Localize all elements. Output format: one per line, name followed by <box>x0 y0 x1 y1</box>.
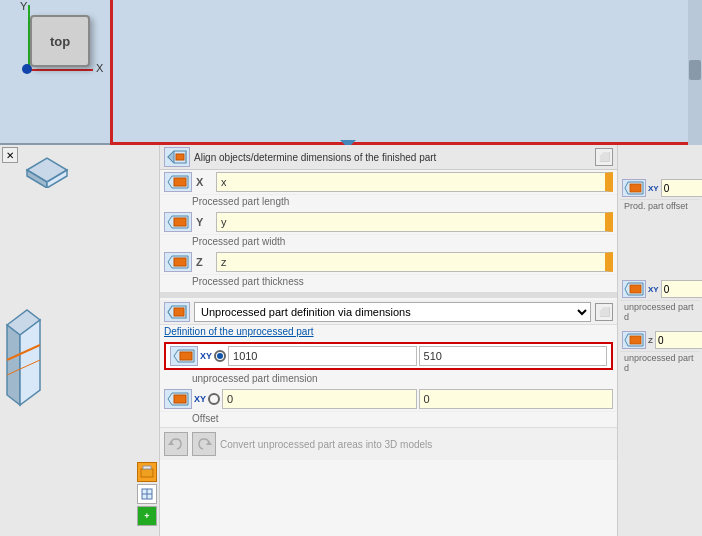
x-axis-line <box>28 69 93 71</box>
right-field-xy1-icon <box>622 179 646 197</box>
section1-title: Align objects/determine dimensions of th… <box>194 152 591 163</box>
section1-header: Align objects/determine dimensions of th… <box>160 145 617 170</box>
field-x-input[interactable] <box>216 172 613 192</box>
viewport-area: Y X top <box>0 0 702 145</box>
svg-rect-19 <box>174 218 186 226</box>
sidebar-close-button[interactable]: ✕ <box>2 147 18 163</box>
main-content: Align objects/determine dimensions of th… <box>160 145 617 536</box>
bottom-panel: ✕ <box>0 145 702 536</box>
right-field-xy1-row: XY <box>620 177 700 200</box>
svg-rect-27 <box>180 352 192 360</box>
right-xy2-label: XY <box>648 285 659 294</box>
view-cube[interactable]: top <box>30 15 90 67</box>
toolbar-btn-settings[interactable] <box>137 484 157 504</box>
dropdown-restore-button[interactable]: ⬜ <box>595 303 613 321</box>
viewport-scroll-thumb[interactable] <box>689 60 701 80</box>
field-z-label: Z <box>196 256 212 268</box>
right-panel-row2: XY unprocessed part d Z unprocessed part… <box>618 276 702 378</box>
xy-label-highlighted: XY <box>200 351 212 361</box>
field-row-y: Y <box>160 210 617 235</box>
svg-rect-15 <box>176 154 184 160</box>
svg-rect-23 <box>174 308 184 316</box>
offset-radio-button[interactable] <box>208 393 220 405</box>
section1-restore-button[interactable]: ⬜ <box>595 148 613 166</box>
dropdown-row: Unprocessed part definition via dimensio… <box>160 300 617 325</box>
right-panel: XY Prod. part offset XY unprocessed part… <box>617 145 702 536</box>
right-z-input[interactable] <box>655 331 702 349</box>
section-divider <box>160 292 617 298</box>
svg-rect-8 <box>141 469 153 477</box>
field-z-desc: Processed part thickness <box>160 275 617 290</box>
right-xy1-input[interactable] <box>661 179 702 197</box>
right-field-xy2-row: XY <box>620 278 700 301</box>
svg-marker-14 <box>168 151 174 163</box>
xy-icon-highlighted <box>170 346 198 366</box>
field-y-desc: Processed part width <box>160 235 617 250</box>
convert-label: Convert unprocessed part areas into 3D m… <box>220 439 613 450</box>
view-cube-label: top <box>50 34 70 49</box>
toolbar-btn-add[interactable]: + <box>137 506 157 526</box>
field-y-input[interactable] <box>216 212 613 232</box>
svg-marker-31 <box>206 441 212 445</box>
field-y-icon <box>164 212 192 232</box>
toolbar-icon-orange[interactable] <box>137 462 157 482</box>
svg-marker-5 <box>20 320 40 405</box>
field-x-icon <box>164 172 192 192</box>
right-z-label: Z <box>648 336 653 345</box>
offset-val1-input[interactable] <box>222 389 417 409</box>
svg-rect-29 <box>174 395 186 403</box>
right-desc2: unprocessed part d <box>620 301 700 325</box>
viewport-scrollbar[interactable] <box>688 0 702 145</box>
right-field-xy2-icon <box>622 280 646 298</box>
field-row-x: X <box>160 170 617 195</box>
offset-val2-input[interactable] <box>419 389 614 409</box>
sidebar-3d-icon <box>22 150 72 188</box>
offset-row: XY <box>160 387 617 412</box>
action-btn-undo[interactable] <box>164 432 188 456</box>
svg-rect-9 <box>143 466 151 469</box>
svg-marker-4 <box>7 325 20 405</box>
svg-marker-30 <box>168 441 174 445</box>
xy-highlighted-row: XY <box>164 342 613 370</box>
field-x-label: X <box>196 176 212 188</box>
left-toolbar: + <box>137 462 157 526</box>
field-z-icon <box>164 252 192 272</box>
svg-rect-35 <box>630 285 641 293</box>
dropdown-icon <box>164 302 190 322</box>
unprocessed-part-dropdown[interactable]: Unprocessed part definition via dimensio… <box>194 302 591 322</box>
field-x-desc: Processed part length <box>160 195 617 210</box>
right-panel-row1: XY Prod. part offset <box>618 175 702 216</box>
xy-desc: unprocessed part dimension <box>160 372 617 387</box>
left-3d-shape <box>2 305 42 435</box>
svg-rect-33 <box>630 184 641 192</box>
xy-radio-button[interactable] <box>214 350 226 362</box>
left-sidebar: ✕ <box>0 145 160 536</box>
definition-label: Definition of the unprocessed part <box>160 325 617 340</box>
right-desc3: unprocessed part d <box>620 352 700 376</box>
xy-val1-input[interactable] <box>228 346 417 366</box>
action-btn-redo[interactable] <box>192 432 216 456</box>
svg-rect-17 <box>174 178 186 186</box>
field-row-z: Z <box>160 250 617 275</box>
field-y-label: Y <box>196 216 212 228</box>
xy-highlighted-container: XY <box>160 342 617 370</box>
viewport-border-left <box>110 0 113 145</box>
offset-icon <box>164 389 192 409</box>
offset-xy-label: XY <box>194 394 206 404</box>
right-xy1-label: XY <box>648 184 659 193</box>
x-axis-label: X <box>96 62 103 74</box>
field-z-input[interactable] <box>216 252 613 272</box>
svg-rect-21 <box>174 258 186 266</box>
svg-rect-37 <box>630 336 641 344</box>
y-axis-label: Y <box>20 0 27 12</box>
right-desc1: Prod. part offset <box>620 200 700 214</box>
xy-val2-input[interactable] <box>419 346 608 366</box>
right-field-z-icon <box>622 331 646 349</box>
offset-desc: Offset <box>160 412 617 427</box>
right-xy2-input[interactable] <box>661 280 702 298</box>
section1-icon <box>164 147 190 167</box>
action-row: Convert unprocessed part areas into 3D m… <box>160 427 617 460</box>
right-field-z-row: Z <box>620 329 700 352</box>
